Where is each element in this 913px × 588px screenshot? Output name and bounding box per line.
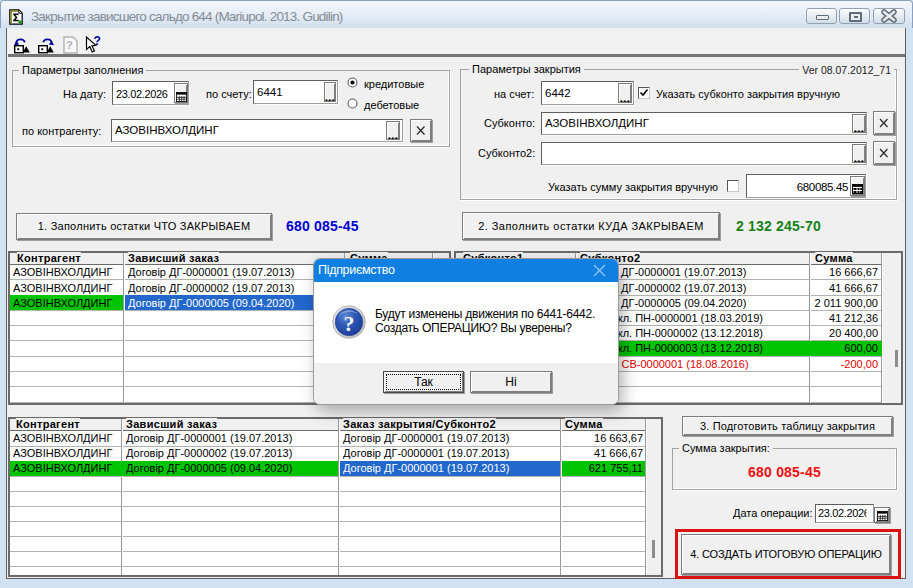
svg-text:?: ? bbox=[344, 311, 355, 336]
svg-text:?: ? bbox=[94, 35, 101, 48]
svg-text:?: ? bbox=[66, 39, 73, 51]
